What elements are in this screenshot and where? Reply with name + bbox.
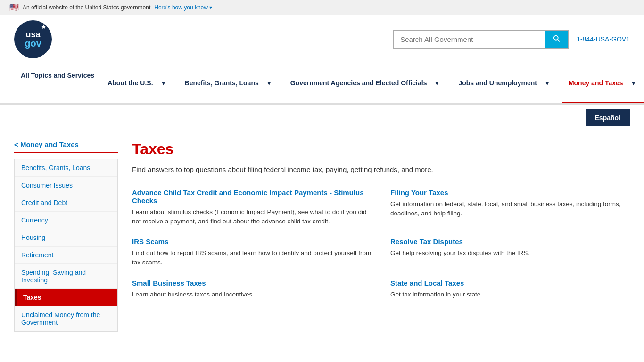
nav-item-3[interactable]: Government Agencies and Elected Official…: [284, 64, 452, 103]
logo-star: ★: [41, 24, 46, 30]
nav-link-0[interactable]: All Topics and Services: [14, 64, 101, 87]
header: ★ usa gov 1-844-USA-GOV1: [0, 15, 644, 64]
topic-body: Get tax information in your state.: [390, 290, 630, 299]
sidebar-nav-item: Currency: [15, 212, 117, 229]
topic-title[interactable]: Filing Your Taxes: [390, 189, 630, 197]
topic-title[interactable]: Advance Child Tax Credit and Economic Im…: [132, 189, 372, 205]
topic-title[interactable]: State and Local Taxes: [390, 279, 630, 287]
topic-body: Learn about business taxes and incentive…: [132, 290, 372, 299]
nav-link-4[interactable]: Jobs and Unemployment▾: [452, 64, 561, 102]
topic-item: IRS ScamsFind out how to report IRS scam…: [132, 238, 372, 268]
usagov-logo[interactable]: ★ usa gov: [14, 20, 52, 58]
sidebar-nav-item: Taxes: [15, 289, 117, 306]
flag-icon: 🇺🇸: [9, 3, 19, 12]
topic-item: Small Business TaxesLearn about business…: [132, 279, 372, 299]
sidebar-nav-item: Housing: [15, 229, 117, 247]
nav-item-1[interactable]: About the U.S.▾: [101, 64, 178, 103]
main-nav: All Topics and ServicesAbout the U.S.▾Be…: [0, 64, 644, 105]
nav-link-5[interactable]: Money and Taxes▾: [562, 64, 644, 103]
nav-link-3[interactable]: Government Agencies and Elected Official…: [284, 64, 452, 102]
search-area: 1-844-USA-GOV1: [393, 30, 630, 49]
chevron-down-icon: ▾: [539, 72, 555, 94]
topic-title[interactable]: Resolve Tax Disputes: [390, 238, 630, 246]
nav-item-0[interactable]: All Topics and Services: [14, 64, 101, 103]
topic-title[interactable]: IRS Scams: [132, 238, 372, 246]
chevron-down-icon: ▾: [429, 72, 445, 94]
nav-link-1[interactable]: About the U.S.▾: [101, 64, 178, 102]
nav-item-5[interactable]: Money and Taxes▾: [562, 64, 644, 103]
phone-link[interactable]: 1-844-USA-GOV1: [577, 35, 630, 43]
espanol-bar: Español: [0, 105, 644, 131]
sidebar-back-link[interactable]: Money and Taxes: [14, 140, 118, 153]
page-title: Taxes: [132, 140, 630, 158]
sidebar-nav-link[interactable]: Benefits, Grants, Loans: [15, 159, 117, 177]
chevron-down-icon: ▾: [261, 72, 277, 94]
sidebar-nav-item: Consumer Issues: [15, 177, 117, 194]
nav-list: All Topics and ServicesAbout the U.S.▾Be…: [14, 64, 630, 103]
official-text: An official website of the United States…: [23, 4, 150, 11]
heres-how-link[interactable]: Here's how you know ▾: [154, 4, 212, 11]
search-icon: [552, 34, 561, 45]
topic-item: Filing Your TaxesGet information on fede…: [390, 189, 630, 227]
main-content: Taxes Find answers to top questions abou…: [132, 140, 630, 332]
topic-item: State and Local TaxesGet tax information…: [390, 279, 630, 299]
sidebar-nav-link[interactable]: Housing: [15, 229, 117, 247]
chevron-down-icon: ▾: [155, 72, 172, 94]
topic-body: Find out how to report IRS scams, and le…: [132, 248, 372, 268]
sidebar: Money and Taxes Benefits, Grants, LoansC…: [14, 140, 118, 332]
sidebar-nav-link[interactable]: Credit and Debt: [15, 194, 117, 212]
topic-body: Get help resolving your tax disputes wit…: [390, 248, 630, 258]
sidebar-nav-item: Retirement: [15, 247, 117, 264]
sidebar-nav-item: Credit and Debt: [15, 194, 117, 212]
chevron-down-icon: ▾: [625, 72, 642, 94]
sidebar-nav-link[interactable]: Unclaimed Money from the Government: [15, 306, 117, 331]
topics-grid: Advance Child Tax Credit and Economic Im…: [132, 189, 630, 299]
search-button[interactable]: [545, 31, 568, 48]
page-intro: Find answers to top questions about fili…: [132, 165, 630, 175]
topic-title[interactable]: Small Business Taxes: [132, 279, 372, 287]
sidebar-nav-item: Spending, Saving and Investing: [15, 264, 117, 289]
sidebar-nav-link[interactable]: Spending, Saving and Investing: [15, 264, 117, 289]
topic-body: Learn about stimulus checks (Economic Im…: [132, 207, 372, 227]
logo-text: ★ usa gov: [25, 30, 41, 48]
sidebar-nav-link[interactable]: Consumer Issues: [15, 177, 117, 194]
sidebar-nav-link[interactable]: Taxes: [15, 289, 117, 306]
sidebar-nav-link[interactable]: Retirement: [15, 247, 117, 264]
official-banner: 🇺🇸 An official website of the United Sta…: [0, 0, 644, 15]
content-area: Money and Taxes Benefits, Grants, LoansC…: [0, 131, 644, 341]
sidebar-nav-item: Unclaimed Money from the Government: [15, 306, 117, 331]
topic-body: Get information on federal, state, local…: [390, 199, 630, 219]
nav-link-2[interactable]: Benefits, Grants, Loans▾: [178, 64, 284, 102]
search-input[interactable]: [394, 31, 545, 48]
topic-item: Advance Child Tax Credit and Economic Im…: [132, 189, 372, 227]
logo-container: ★ usa gov: [14, 20, 52, 58]
sidebar-nav-item: Benefits, Grants, Loans: [15, 159, 117, 177]
search-box: [393, 30, 569, 49]
sidebar-nav-link[interactable]: Currency: [15, 212, 117, 229]
espanol-button[interactable]: Español: [586, 109, 630, 126]
nav-item-2[interactable]: Benefits, Grants, Loans▾: [178, 64, 284, 103]
sidebar-nav: Benefits, Grants, LoansConsumer IssuesCr…: [14, 159, 118, 332]
nav-item-4[interactable]: Jobs and Unemployment▾: [452, 64, 561, 103]
topic-item: Resolve Tax DisputesGet help resolving y…: [390, 238, 630, 268]
